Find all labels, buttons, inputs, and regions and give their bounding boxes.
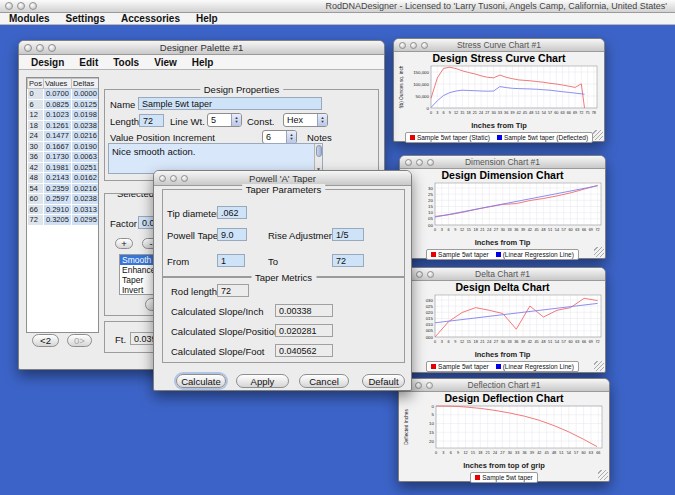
menu-item-help[interactable]: Help [192, 57, 214, 68]
chart-legend: Sample 5wt taper [399, 472, 609, 483]
vpi-stepper[interactable]: 6 ▲▼ [262, 130, 297, 144]
legend-swatch-icon [475, 475, 480, 480]
col-header-values[interactable]: Values [43, 79, 71, 89]
legend-item: Sample 5wt taper [431, 251, 489, 258]
zoom-button-icon[interactable] [29, 2, 37, 10]
slope-inch-field[interactable]: 0.00338 [275, 304, 333, 317]
table-row[interactable]: 660.29100.0313 [28, 204, 100, 215]
values-table[interactable]: Pos Values Deltas 00.07000.000060.08250.… [26, 77, 99, 333]
apply-button[interactable]: Apply [236, 374, 289, 388]
svg-text:45: 45 [545, 451, 549, 455]
powell-taper-field[interactable]: 9.0 [217, 228, 247, 241]
chart-titlebar[interactable]: Delta Chart #1 [400, 268, 605, 281]
table-row[interactable]: 420.19810.0251 [28, 162, 100, 173]
resize-grip[interactable] [594, 361, 604, 371]
cell-value: 0.2910 [43, 204, 71, 215]
svg-text:18: 18 [478, 451, 482, 455]
menu-item-accessories[interactable]: Accessories [121, 13, 180, 24]
menu-item-edit[interactable]: Edit [79, 57, 98, 68]
table-row[interactable]: 240.14770.0216 [28, 131, 100, 142]
const-label: Const. [247, 116, 274, 127]
svg-text:9: 9 [457, 451, 459, 455]
cell-pos: 0 [28, 89, 44, 100]
calculate-button[interactable]: Calculate [176, 374, 226, 388]
line-wt-stepper[interactable]: 5 ▲▼ [207, 113, 242, 127]
table-row[interactable]: 600.25970.0238 [28, 194, 100, 205]
table-row[interactable]: 60.08250.0125 [28, 99, 100, 110]
svg-text:63: 63 [589, 451, 593, 455]
svg-text:75: 75 [585, 111, 589, 115]
to-field[interactable]: 72 [332, 254, 364, 267]
table-row[interactable]: 360.17300.0063 [28, 152, 100, 163]
table-row[interactable]: 300.16670.0190 [28, 141, 100, 152]
close-button-icon[interactable] [5, 2, 13, 10]
length-field[interactable]: 72 [139, 114, 164, 127]
svg-text:21: 21 [486, 451, 490, 455]
slope-inch-label: Calculated Slope/Inch [171, 306, 263, 317]
resize-grip[interactable] [593, 130, 603, 140]
svg-text:12: 12 [463, 451, 467, 455]
stepper-arrows-icon[interactable]: ▲▼ [286, 131, 296, 143]
cell-pos: 60 [28, 194, 44, 205]
svg-text:72: 72 [579, 111, 583, 115]
const-stepper[interactable]: Hex ▲▼ [283, 113, 328, 127]
minimize-button-icon[interactable] [17, 2, 25, 10]
cell-delta: 0.0162 [71, 173, 99, 184]
tip-diameter-field[interactable]: .062 [217, 206, 247, 219]
cell-pos: 6 [28, 99, 44, 110]
cancel-button[interactable]: Cancel [299, 374, 349, 388]
default-button[interactable]: Default [362, 374, 405, 388]
svg-text:48: 48 [541, 228, 545, 232]
taper-metrics-title: Taper Metrics [251, 272, 316, 283]
forward-button[interactable]: 0> [67, 334, 92, 347]
slope-foot-field[interactable]: 0.040562 [275, 344, 333, 357]
chart-titlebar[interactable]: Dimension Chart #1 [400, 156, 605, 169]
menu-item-tools[interactable]: Tools [113, 57, 139, 68]
taper-metrics-group: Taper Metrics Rod length 72 Calculated S… [162, 277, 405, 363]
chart-xlabel: Inches from Tip [400, 351, 605, 360]
svg-text:54: 54 [567, 451, 571, 455]
const-value: Hex [284, 114, 317, 126]
cell-delta: 0.0313 [71, 204, 99, 215]
notes-scrollbar[interactable]: ▼ [314, 144, 322, 173]
back-button[interactable]: <2 [32, 334, 59, 347]
cell-pos: 66 [28, 204, 44, 215]
from-label: From [167, 256, 189, 267]
svg-text:36: 36 [514, 340, 518, 344]
svg-text:51: 51 [559, 451, 563, 455]
rise-adjustment-field[interactable]: 1/5 [332, 228, 364, 241]
menu-item-design[interactable]: Design [31, 57, 64, 68]
table-row[interactable]: 720.32050.0295 [28, 215, 100, 226]
svg-text:45: 45 [534, 228, 538, 232]
col-header-deltas[interactable]: Deltas [71, 79, 99, 89]
resize-grip[interactable] [594, 247, 604, 257]
palette-titlebar[interactable]: Designer Palette #1 [19, 41, 384, 55]
col-header-pos[interactable]: Pos [28, 79, 44, 89]
chart-xlabel: Inches from top of grip [399, 462, 609, 471]
svg-text:45: 45 [523, 111, 527, 115]
chart-titlebar[interactable]: Stress Curve Chart #1 [394, 39, 604, 52]
stepper-arrows-icon[interactable]: ▲▼ [231, 114, 241, 126]
menu-item-modules[interactable]: Modules [9, 13, 50, 24]
table-row[interactable]: 180.12610.0238 [28, 120, 100, 131]
chart-titlebar[interactable]: Deflection Chart #1 [399, 379, 609, 392]
rod-length-field[interactable]: 72 [217, 284, 249, 297]
table-row[interactable]: 540.23590.0216 [28, 183, 100, 194]
table-row[interactable]: 480.21430.0162 [28, 173, 100, 184]
resize-grip[interactable] [598, 470, 608, 480]
slope-position-field[interactable]: 0.020281 [275, 324, 333, 337]
chart-legend: Sample 5wt taper(Linear Regression Line) [400, 249, 605, 260]
menu-item-view[interactable]: View [154, 57, 177, 68]
table-row[interactable]: 120.10230.0198 [28, 110, 100, 121]
menu-item-settings[interactable]: Settings [66, 13, 105, 24]
svg-text:3: 3 [440, 228, 442, 232]
table-row[interactable]: 00.07000.0000 [28, 89, 100, 100]
svg-text:54: 54 [554, 340, 558, 344]
from-field[interactable]: 1 [217, 254, 245, 267]
increment-button[interactable]: + [115, 238, 133, 249]
stepper-arrows-icon[interactable]: ▲▼ [317, 114, 327, 126]
menu-item-help[interactable]: Help [196, 13, 218, 24]
legend-swatch-icon [497, 135, 502, 140]
name-field[interactable]: Sample 5wt taper [138, 97, 322, 110]
delta-chart-plot: 0300250200150100050000369121518212427303… [401, 293, 605, 351]
